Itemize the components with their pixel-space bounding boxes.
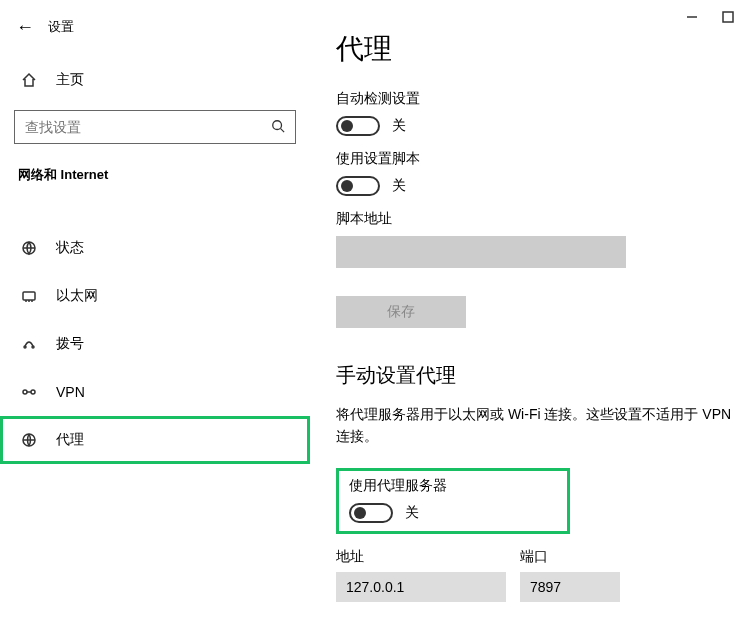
topbar: ← 设置: [0, 8, 310, 60]
sidebar: ← 设置 主页 网络和 Internet 状态: [0, 0, 310, 627]
minimize-button[interactable]: [686, 10, 698, 26]
back-arrow-icon: ←: [16, 17, 34, 38]
nav-list: 状态 以太网 拨号 VPN: [0, 224, 310, 464]
script-address-label: 脚本地址: [336, 210, 744, 228]
toggle-state-label: 关: [405, 504, 419, 522]
svg-point-5: [23, 390, 27, 394]
setup-script-label: 使用设置脚本: [336, 150, 744, 168]
toggle-knob: [341, 180, 353, 192]
toggle-track[interactable]: [349, 503, 393, 523]
svg-point-6: [31, 390, 35, 394]
sidebar-item-label: 以太网: [56, 287, 98, 305]
sidebar-item-dialup[interactable]: 拨号: [0, 320, 310, 368]
svg-point-4: [32, 346, 34, 348]
script-address-group: 脚本地址: [336, 210, 744, 282]
page-title: 代理: [336, 30, 744, 68]
sidebar-item-proxy[interactable]: 代理: [0, 416, 310, 464]
address-port-row: 地址 端口: [336, 548, 744, 602]
toggle-track[interactable]: [336, 116, 380, 136]
ethernet-icon: [18, 288, 40, 304]
toggle-knob: [341, 120, 353, 132]
script-address-input[interactable]: [336, 236, 626, 268]
sidebar-item-label: 拨号: [56, 335, 84, 353]
content-pane: 代理 自动检测设置 关 使用设置脚本 关 脚本地址 保存 手动设置代理 将代理服…: [310, 0, 744, 627]
toggle-knob: [354, 507, 366, 519]
category-header: 网络和 Internet: [0, 160, 310, 194]
maximize-button[interactable]: [722, 10, 734, 26]
manual-section-title: 手动设置代理: [336, 362, 744, 389]
setup-script-toggle[interactable]: 关: [336, 176, 744, 196]
sidebar-item-status[interactable]: 状态: [0, 224, 310, 272]
port-col: 端口: [520, 548, 620, 602]
use-proxy-toggle[interactable]: 关: [349, 503, 557, 523]
sidebar-item-label: 代理: [56, 431, 84, 449]
search-box[interactable]: [14, 110, 296, 144]
toggle-track[interactable]: [336, 176, 380, 196]
auto-detect-toggle[interactable]: 关: [336, 116, 744, 136]
toggle-state-label: 关: [392, 177, 406, 195]
sidebar-item-vpn[interactable]: VPN: [0, 368, 310, 416]
svg-rect-2: [23, 292, 35, 300]
auto-detect-label: 自动检测设置: [336, 90, 744, 108]
manual-section-desc: 将代理服务器用于以太网或 Wi-Fi 连接。这些设置不适用于 VPN 连接。: [336, 403, 744, 448]
sidebar-home-label: 主页: [56, 71, 84, 89]
sidebar-item-label: VPN: [56, 384, 85, 400]
use-proxy-label: 使用代理服务器: [349, 477, 557, 495]
window-title: 设置: [48, 18, 74, 36]
window-controls: [686, 10, 734, 26]
home-icon: [18, 72, 40, 88]
sidebar-item-label: 状态: [56, 239, 84, 257]
auto-detect-group: 自动检测设置 关: [336, 90, 744, 136]
dialup-icon: [18, 336, 40, 352]
sidebar-home[interactable]: 主页: [0, 60, 310, 100]
settings-window: ← 设置 主页 网络和 Internet 状态: [0, 0, 744, 627]
toggle-state-label: 关: [392, 117, 406, 135]
vpn-icon: [18, 384, 40, 400]
back-button[interactable]: ←: [10, 12, 40, 42]
save-button[interactable]: 保存: [336, 296, 466, 328]
sidebar-item-ethernet[interactable]: 以太网: [0, 272, 310, 320]
address-col: 地址: [336, 548, 506, 602]
port-label: 端口: [520, 548, 620, 566]
address-input[interactable]: [336, 572, 506, 602]
search-input[interactable]: [15, 119, 295, 135]
svg-point-3: [24, 346, 26, 348]
svg-rect-8: [723, 12, 733, 22]
status-icon: [18, 240, 40, 256]
address-label: 地址: [336, 548, 506, 566]
port-input[interactable]: [520, 572, 620, 602]
use-proxy-highlight: 使用代理服务器 关: [336, 468, 570, 534]
setup-script-group: 使用设置脚本 关: [336, 150, 744, 196]
proxy-icon: [18, 432, 40, 448]
